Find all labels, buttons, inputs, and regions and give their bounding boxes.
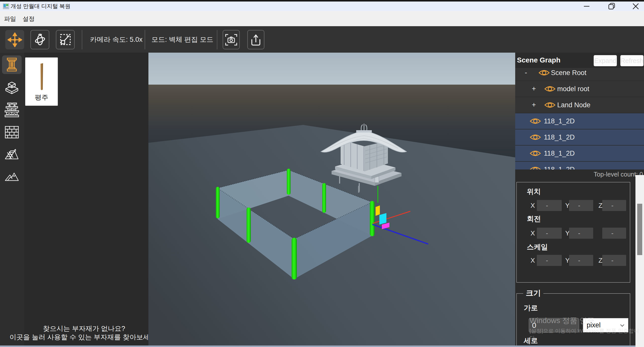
axis-x-label: X <box>531 255 535 266</box>
roof-icon <box>5 148 19 160</box>
width-label: 가로 <box>524 303 538 313</box>
tree-node-land-node[interactable]: + Land Node <box>515 97 644 113</box>
size-legend: 크기 <box>523 288 543 298</box>
minimize-icon <box>583 3 590 10</box>
part-card-label: 평주 <box>25 93 58 102</box>
expand-toggle[interactable]: + <box>532 81 536 97</box>
category-roof-button[interactable] <box>2 145 22 164</box>
tree-node-118-1-2d[interactable]: 118_1_2D <box>515 146 644 161</box>
scale-z-input[interactable] <box>602 255 626 266</box>
column-icon <box>5 57 19 72</box>
column-back[interactable] <box>287 169 291 195</box>
tree-node-label[interactable]: model root <box>557 81 589 97</box>
tree-node-118-1-2d[interactable]: 118_1_2D <box>515 113 644 129</box>
export-button[interactable] <box>247 30 264 49</box>
category-terrain-button[interactable] <box>2 167 22 185</box>
refresh-button[interactable]: Refresh <box>620 55 643 66</box>
scale-y-input[interactable] <box>569 255 593 266</box>
titlebar[interactable]: 개성 만월대 디지털 복원 <box>0 2 644 11</box>
gizmo-cyan-handle[interactable] <box>379 213 386 225</box>
axis-x-label: X <box>531 228 535 239</box>
visibility-eye-icon[interactable] <box>544 85 556 93</box>
library-help-text[interactable]: 찾으시는 부자재가 없나요? 이곳을 눌러 사용할 수 있는 부자재를 찾아보세… <box>10 324 159 341</box>
column-right-back[interactable] <box>322 183 326 213</box>
category-column-button[interactable] <box>2 55 22 74</box>
tree-node-label[interactable]: 118_1_2D <box>544 113 575 129</box>
scene-render <box>148 53 515 347</box>
visibility-eye-icon[interactable] <box>530 165 541 169</box>
scene-graph-title: Scene Graph <box>517 56 560 64</box>
column-front[interactable] <box>292 238 297 280</box>
category-wall-button[interactable] <box>2 123 22 142</box>
scrollbar-thumb[interactable] <box>637 204 642 255</box>
rotation-y-input[interactable] <box>569 228 593 239</box>
restore-button[interactable] <box>603 2 620 11</box>
scale-tool-button[interactable] <box>56 30 75 49</box>
menu-file[interactable]: 파일 <box>3 11 18 26</box>
transform-properties-box: 위치 X Y Z 회전 X Y 스케일 X Y Z <box>516 182 630 283</box>
position-x-input[interactable] <box>537 200 562 211</box>
category-foundation-button[interactable] <box>2 79 22 97</box>
foundation-stone-icon <box>5 81 19 95</box>
expand-button[interactable]: Expand <box>594 55 617 66</box>
minimize-button[interactable] <box>578 2 595 11</box>
position-z-input[interactable] <box>602 200 626 211</box>
height-label: 세로 <box>524 336 538 345</box>
scale-icon <box>58 33 72 47</box>
expand-toggle[interactable]: + <box>532 97 536 113</box>
column-left[interactable] <box>216 187 220 218</box>
rotation-label: 회전 <box>527 214 541 224</box>
visibility-eye-icon[interactable] <box>530 149 541 157</box>
tree-node-label[interactable]: Scene Root <box>551 68 586 81</box>
tree-node-118-1-2d[interactable]: 118_1_2D <box>515 129 644 145</box>
scale-x-input[interactable] <box>537 255 562 266</box>
toolbar: 카메라 속도: 5.0x 모드: 벽체 편집 모드 <box>0 26 644 53</box>
tree-node-model-root[interactable]: + model root <box>515 81 644 97</box>
category-rail <box>0 53 24 347</box>
gizmo-yellow-handle[interactable] <box>376 205 380 216</box>
screenshot-button[interactable] <box>223 30 240 49</box>
tree-node-label[interactable]: 118_1_2D <box>544 162 575 169</box>
tree-node-label[interactable]: 118_1_2D <box>544 129 575 145</box>
position-label: 위치 <box>527 187 541 196</box>
visibility-eye-icon[interactable] <box>544 101 556 109</box>
window-bottom-edge <box>0 345 635 347</box>
category-bracket-button[interactable] <box>2 101 22 119</box>
screenshot-icon <box>225 33 238 46</box>
unit-select[interactable]: pixel <box>583 318 628 332</box>
menu-settings[interactable]: 설정 <box>21 11 36 26</box>
position-y-input[interactable] <box>569 200 593 211</box>
tree-node-scene-root[interactable]: - Scene Root <box>515 68 644 81</box>
chevron-down-icon <box>620 323 624 327</box>
column-right-selected[interactable] <box>370 201 375 236</box>
column-left-front[interactable] <box>247 207 251 243</box>
tree-node-label[interactable]: Land Node <box>557 97 590 113</box>
export-icon <box>249 33 262 46</box>
brick-wall-icon <box>5 126 19 139</box>
tree-node-118-1-2d[interactable]: 118_1_2D <box>515 162 644 169</box>
axis-z-label: Z <box>598 255 602 266</box>
move-icon <box>8 32 22 47</box>
camera-speed-label: 카메라 속도: 5.0x <box>90 26 143 53</box>
close-button[interactable] <box>627 2 644 11</box>
menubar: 파일 설정 <box>0 11 644 26</box>
scene-graph-tree: - Scene Root + model root + Land Node <box>515 68 644 169</box>
visibility-eye-icon[interactable] <box>530 133 541 141</box>
scale-label: 스케일 <box>527 242 548 252</box>
visibility-eye-icon[interactable] <box>530 117 541 125</box>
collapse-toggle[interactable]: - <box>525 68 527 81</box>
mode-label: 모드: 벽체 편집 모드 <box>151 26 213 53</box>
axis-z-label: Z <box>598 200 602 211</box>
rotation-z-input[interactable] <box>602 228 626 239</box>
move-tool-button[interactable] <box>5 30 24 49</box>
visibility-eye-icon[interactable] <box>538 69 550 77</box>
orbit-tool-button[interactable] <box>30 30 49 49</box>
window-title: 개성 만월대 디지털 복원 <box>11 2 70 11</box>
panel-scrollbar[interactable] <box>635 175 644 347</box>
rotation-x-input[interactable] <box>537 228 562 239</box>
restore-icon <box>608 3 615 10</box>
viewport-3d[interactable] <box>148 53 515 347</box>
width-input[interactable] <box>529 318 579 332</box>
tree-node-label[interactable]: 118_1_2D <box>544 146 575 161</box>
part-card[interactable]: 평주 <box>25 57 58 106</box>
